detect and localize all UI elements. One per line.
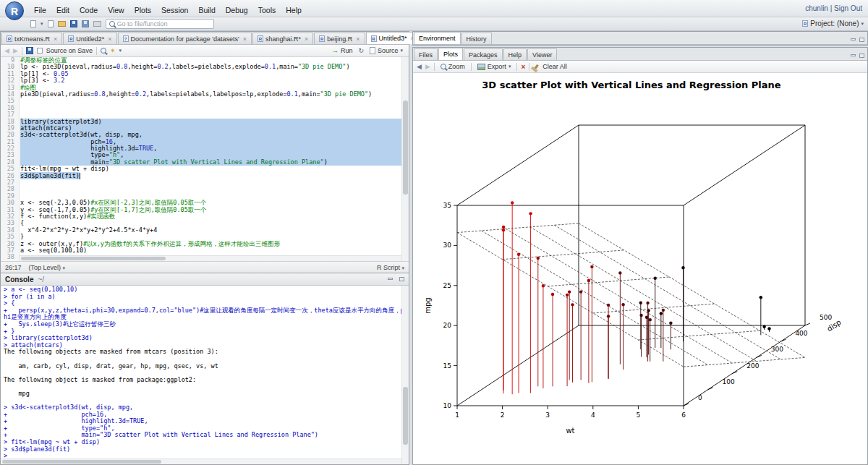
- source-button[interactable]: Source ▾: [367, 46, 405, 55]
- plots-tab-viewer[interactable]: Viewer: [527, 48, 557, 60]
- export-button[interactable]: Export ▾: [475, 62, 514, 71]
- find-replace-icon[interactable]: [101, 48, 106, 54]
- project-selector[interactable]: R Project: (None) ▾: [802, 20, 864, 27]
- data-point: [648, 318, 651, 321]
- code-tools-dropdown-icon[interactable]: ▾: [119, 48, 122, 54]
- code-line[interactable]: pie3D(pieval,radius=0.8,height=0.2,label…: [20, 91, 401, 98]
- environment-tabbar-controls: [848, 38, 867, 44]
- plots-pane: FilesPlotsPackagesHelpViewer ◀ ▶ Zoom Ex…: [412, 47, 868, 465]
- x-tick-label: 1: [455, 411, 459, 419]
- line-number[interactable]: 38: [1, 254, 19, 260]
- code-line[interactable]: [20, 98, 401, 104]
- account-signout-link[interactable]: chunlin | Sign Out: [805, 4, 862, 12]
- console-line: The following object is masked from pack…: [4, 377, 406, 384]
- r-file-icon: R: [258, 35, 263, 42]
- code-line[interactable]: a <- seq(0,100,10): [20, 247, 401, 254]
- tab-close-icon[interactable]: ×: [108, 35, 111, 43]
- new-project-icon[interactable]: [48, 20, 54, 27]
- menu-help[interactable]: Help: [281, 5, 307, 15]
- back-icon[interactable]: ◀: [4, 47, 9, 54]
- forward-icon[interactable]: ▶: [13, 47, 18, 54]
- zoom-button[interactable]: Zoom: [438, 62, 467, 71]
- print-icon[interactable]: [93, 21, 101, 27]
- editor-tab-label: Untitled2*: [76, 35, 104, 43]
- code-token: ,height=: [106, 90, 135, 98]
- save-icon[interactable]: [70, 20, 77, 27]
- code-line[interactable]: library(scatterplot3d): [20, 119, 401, 125]
- plots-minimize-icon[interactable]: [851, 54, 856, 56]
- editor-tab-shanghai-r-[interactable]: Rshanghai.R*×: [252, 33, 313, 44]
- code-token: 0.8: [94, 90, 105, 98]
- source-on-save-checkbox[interactable]: [37, 48, 43, 54]
- code-line[interactable]: lp[3] <- 3.2: [20, 77, 401, 84]
- remove-plot-icon[interactable]: ×: [521, 63, 525, 71]
- env-minimize-icon[interactable]: [851, 38, 856, 40]
- menu-file[interactable]: File: [29, 5, 51, 15]
- code-tools-wand-icon[interactable]: ✶: [110, 47, 116, 54]
- console-minimize-icon[interactable]: [388, 278, 393, 280]
- code-line[interactable]: [20, 186, 401, 192]
- editor-tab-documentation-for-package-datasets-[interactable]: ?Documentation for package 'datasets'×: [118, 33, 252, 44]
- tab-close-icon[interactable]: ×: [305, 35, 308, 43]
- console-path[interactable]: ~/: [38, 276, 44, 283]
- plots-tab-files[interactable]: Files: [414, 48, 438, 60]
- console-maximize-icon[interactable]: [399, 277, 404, 281]
- editor-gutter[interactable]: 9101112131415161718192021222324252627282…: [1, 57, 20, 261]
- menu-session[interactable]: Session: [156, 5, 193, 15]
- editor-tab-untitled3-[interactable]: RUntitled3*×: [366, 32, 420, 44]
- plots-maximize-icon[interactable]: [859, 54, 864, 58]
- export-image-icon: [477, 64, 485, 70]
- plots-tab-plots[interactable]: Plots: [438, 48, 463, 60]
- editor-tab-untitled2-[interactable]: RUntitled2*×: [63, 33, 116, 44]
- data-point: [571, 303, 574, 306]
- run-button[interactable]: → Run: [330, 46, 355, 55]
- tab-close-icon[interactable]: ×: [54, 35, 57, 43]
- code-line[interactable]: [20, 179, 401, 186]
- editor-hscrollbar[interactable]: [20, 255, 401, 261]
- new-file-dropdown-icon[interactable]: ▾: [41, 21, 43, 27]
- export-label: Export: [488, 63, 506, 70]
- rerun-icon[interactable]: ↻: [358, 47, 364, 54]
- save-all-icon[interactable]: [82, 20, 89, 27]
- menu-tools[interactable]: Tools: [253, 5, 281, 15]
- editor-tab-txkmeans-r[interactable]: RtxKmeans.R×: [1, 33, 62, 44]
- editor-lines[interactable]: #调整标签的位置lp <- pie3D(pieval,radius=0.8,he…: [20, 57, 401, 261]
- menu-code[interactable]: Code: [75, 5, 103, 15]
- project-dropdown-icon: ▾: [861, 21, 864, 27]
- menu-plots[interactable]: Plots: [129, 5, 156, 15]
- code-token: 3.2: [54, 77, 64, 84]
- code-line[interactable]: [20, 105, 401, 111]
- open-file-icon[interactable]: [58, 21, 66, 27]
- plots-tab-packages[interactable]: Packages: [464, 48, 503, 60]
- code-line[interactable]: lp[1] <- 0.05: [20, 71, 401, 77]
- plots-tab-help[interactable]: Help: [503, 48, 527, 60]
- code-line[interactable]: x^4-2*x^2*y-2*x*y+2*y^2+4.5*x-4*y+4: [20, 227, 401, 234]
- tab-close-icon[interactable]: ×: [243, 35, 247, 43]
- next-plot-icon[interactable]: ▶: [425, 63, 430, 70]
- save-doc-icon[interactable]: [26, 47, 33, 54]
- goto-file-function-input[interactable]: [117, 20, 210, 27]
- menu-view[interactable]: View: [103, 5, 129, 15]
- console-vscrollbar[interactable]: [401, 286, 409, 464]
- console-output[interactable]: > a <- seq(0,100,10)> for (i in a)> {+ p…: [1, 286, 409, 459]
- code-line[interactable]: lp <- pie3D(pieval,radius=0.8,height=0.2…: [20, 64, 401, 70]
- code-line[interactable]: s3d$plane3d(fit): [20, 173, 401, 179]
- console-hscrollbar[interactable]: [1, 458, 401, 464]
- menu-edit[interactable]: Edit: [51, 5, 75, 15]
- clear-all-button[interactable]: Clear All: [533, 62, 569, 71]
- menu-build[interactable]: Build: [193, 5, 220, 15]
- env-tab-environment[interactable]: Environment: [414, 32, 461, 44]
- code-line[interactable]: f <- function(x,y)#实现函数: [20, 213, 401, 220]
- filetype-selector[interactable]: R Script ▾: [377, 264, 404, 271]
- menu-debug[interactable]: Debug: [221, 5, 253, 15]
- scope-selector[interactable]: (Top Level) ▾: [29, 264, 66, 271]
- tab-close-icon[interactable]: ×: [356, 35, 359, 43]
- env-maximize-icon[interactable]: [859, 38, 864, 42]
- new-file-icon[interactable]: [30, 20, 36, 27]
- env-tab-history[interactable]: History: [461, 33, 492, 44]
- editor-tab-beijing-r[interactable]: Rbeijing.R×: [314, 33, 365, 44]
- source-tabs-container: RtxKmeans.R×RUntitled2*×?Documentation f…: [1, 32, 420, 44]
- code-editor[interactable]: 9101112131415161718192021222324252627282…: [1, 57, 409, 261]
- previous-plot-icon[interactable]: ◀: [417, 63, 422, 70]
- editor-vscrollbar[interactable]: [401, 57, 409, 261]
